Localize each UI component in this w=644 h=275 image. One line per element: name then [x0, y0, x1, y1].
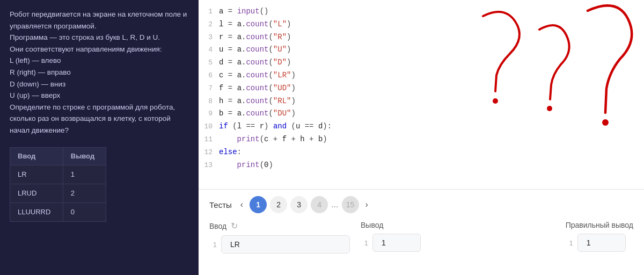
output-row-num: 1: [361, 239, 368, 247]
test-correct-row-1: 1 1: [566, 234, 633, 252]
page-dots: ...: [331, 196, 338, 213]
tests-nav: Тесты ‹ 1 2 3 4 ... 15 ›: [209, 196, 633, 213]
code-line: 10if (l == r) and (u == d):: [199, 120, 644, 133]
line-number: 5: [199, 57, 219, 69]
code-line: 11 print(c + f + h + b): [199, 133, 644, 146]
line-number: 11: [199, 134, 219, 146]
table-row: LRUD2: [10, 184, 106, 202]
line-number: 13: [199, 160, 219, 171]
table-cell-output: 1: [63, 165, 106, 184]
refresh-icon[interactable]: ↻: [231, 221, 238, 230]
page-1-button[interactable]: 1: [250, 196, 267, 213]
output-label: Вывод: [361, 221, 421, 229]
table-row: LLUURRD0: [10, 202, 106, 221]
table-row: LR1: [10, 165, 106, 184]
table-cell-output: 0: [63, 202, 106, 221]
line-number: 3: [199, 32, 219, 44]
code-line: 5d = a.count("D"): [199, 56, 644, 69]
test-output-row-1: 1 1: [361, 234, 421, 252]
line-number: 1: [199, 6, 219, 18]
code-line: 6c = a.count("LR"): [199, 69, 644, 82]
output-column: Вывод 1 1: [361, 221, 421, 252]
problem-description: Робот передвигается на экране на клеточн…: [10, 9, 189, 136]
code-line: 3r = a.count("R"): [199, 31, 644, 44]
page-4-button[interactable]: 4: [311, 196, 328, 213]
table-cell-output: 2: [63, 184, 106, 202]
correct-value-box: 1: [577, 234, 626, 252]
correct-label: Правильный вывод: [566, 221, 633, 229]
line-number: 7: [199, 83, 219, 95]
output-value-box: 1: [372, 234, 421, 252]
prev-page-button[interactable]: ‹: [237, 199, 246, 211]
line-number: 9: [199, 108, 219, 120]
input-label: Ввод ↻: [209, 221, 350, 231]
io-table-header-output: Вывод: [63, 147, 106, 165]
code-area: 1a = input()2l = a.count("L")3r = a.coun…: [199, 0, 644, 189]
line-number: 12: [199, 147, 219, 158]
input-value-box[interactable]: LR: [221, 235, 350, 254]
page-2-button[interactable]: 2: [270, 196, 287, 213]
input-row-num: 1: [209, 241, 217, 249]
tests-area: Тесты ‹ 1 2 3 4 ... 15 › Ввод ↻ 1 LR: [199, 189, 644, 275]
line-code[interactable]: l = a.count("L"): [219, 18, 291, 31]
line-code[interactable]: if (l == r) and (u == d):: [219, 120, 332, 133]
line-code[interactable]: h = a.count("RL"): [219, 95, 296, 108]
code-line: 12else:: [199, 146, 644, 159]
line-number: 2: [199, 19, 219, 31]
line-code[interactable]: c = a.count("LR"): [219, 69, 296, 82]
correct-output-column: Правильный вывод 1 1: [566, 221, 633, 252]
line-code[interactable]: r = a.count("R"): [219, 31, 291, 44]
test-input-row-1: 1 LR: [209, 235, 350, 254]
table-cell-input: LLUURRD: [10, 202, 63, 221]
right-panel: 1a = input()2l = a.count("L")3r = a.coun…: [199, 0, 644, 275]
code-line: 9b = a.count("DU"): [199, 107, 644, 120]
left-panel: Робот передвигается на экране на клеточн…: [0, 0, 199, 275]
line-number: 8: [199, 96, 219, 107]
tests-label: Тесты: [209, 200, 232, 209]
input-column: Ввод ↻ 1 LR: [209, 221, 350, 254]
code-line: 4u = a.count("U"): [199, 44, 644, 56]
code-line: 2l = a.count("L"): [199, 18, 644, 31]
code-line: 13 print(0): [199, 159, 644, 172]
io-table-header-input: Ввод: [10, 147, 63, 165]
line-code[interactable]: a = input(): [219, 5, 268, 18]
line-code[interactable]: f = a.count("UD"): [219, 82, 296, 95]
next-page-button[interactable]: ›: [362, 199, 371, 211]
line-code[interactable]: b = a.count("DU"): [219, 107, 296, 120]
line-code[interactable]: u = a.count("U"): [219, 44, 291, 56]
code-line: 8h = a.count("RL"): [199, 95, 644, 108]
line-code[interactable]: print(c + f + h + b): [219, 133, 327, 146]
code-line: 1a = input(): [199, 5, 644, 18]
line-number: 4: [199, 44, 219, 56]
line-code[interactable]: print(0): [219, 159, 273, 172]
page-15-button[interactable]: 15: [342, 196, 359, 213]
code-block[interactable]: 1a = input()2l = a.count("L")3r = a.coun…: [199, 0, 644, 189]
table-cell-input: LRUD: [10, 184, 63, 202]
test-columns: Ввод ↻ 1 LR Вывод 1 1 Правильный вывод: [209, 221, 633, 254]
line-number: 10: [199, 121, 219, 133]
line-code[interactable]: d = a.count("D"): [219, 56, 291, 69]
correct-row-num: 1: [566, 239, 573, 247]
io-table: Ввод Вывод LR1LRUD2LLUURRD0: [10, 147, 106, 222]
line-number: 6: [199, 70, 219, 82]
page-3-button[interactable]: 3: [290, 196, 308, 213]
code-line: 7f = a.count("UD"): [199, 82, 644, 95]
line-code[interactable]: else:: [219, 146, 241, 159]
table-cell-input: LR: [10, 165, 63, 184]
